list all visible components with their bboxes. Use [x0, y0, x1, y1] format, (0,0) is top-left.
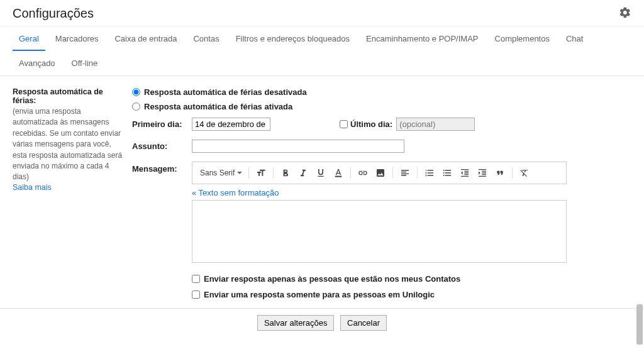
radio-vacation-on[interactable]: [132, 102, 140, 111]
contacts-only-label: Enviar resposta apenas às pessoas que es…: [204, 274, 460, 284]
tab-marcadores[interactable]: Marcadores: [49, 26, 105, 51]
tab-encaminhamento-e-pop-imap[interactable]: Encaminhamento e POP/IMAP: [360, 26, 484, 51]
toolbar-separator: [350, 167, 351, 179]
domain-only-label: Enviar uma resposta somente para as pess…: [204, 290, 435, 299]
subject-input[interactable]: [192, 140, 404, 153]
page-title: Configurações: [13, 6, 94, 21]
editor-toolbar: Sans Serif: [192, 162, 567, 184]
tab-complementos[interactable]: Complementos: [489, 26, 556, 51]
text-color-icon[interactable]: [330, 166, 347, 180]
font-size-icon[interactable]: [253, 166, 269, 180]
radio-vacation-off-label: Resposta automática de férias desativada: [144, 87, 307, 97]
contacts-only-checkbox[interactable]: [192, 275, 200, 283]
tab-filtros-e-endere-os-bloqueados[interactable]: Filtros e endereços bloqueados: [230, 26, 356, 51]
image-icon[interactable]: [372, 166, 389, 180]
last-day-label: Último dia:: [350, 119, 392, 129]
bold-icon[interactable]: [277, 166, 294, 180]
cancel-button[interactable]: Cancelar: [340, 315, 387, 331]
font-selector[interactable]: Sans Serif: [197, 167, 245, 179]
numbered-list-icon[interactable]: [421, 166, 438, 180]
radio-vacation-on-label: Resposta automática de férias ativada: [144, 102, 292, 111]
message-label: Mensagem:: [132, 162, 192, 263]
section-title: Resposta automática de férias:: [13, 87, 103, 105]
toolbar-separator: [273, 167, 274, 179]
learn-more-link[interactable]: Saiba mais: [13, 183, 52, 192]
last-day-input: [396, 118, 475, 131]
tab-avan-ado[interactable]: Avançado: [13, 51, 62, 75]
first-day-input[interactable]: [192, 118, 270, 131]
save-button[interactable]: Salvar alterações: [257, 315, 334, 331]
tab-chat[interactable]: Chat: [560, 26, 589, 51]
section-description: (envia uma resposta automatizada às mens…: [13, 106, 123, 183]
svg-rect-0: [335, 176, 342, 177]
gear-icon[interactable]: [619, 6, 631, 21]
font-selector-label: Sans Serif: [200, 169, 235, 177]
indent-more-icon[interactable]: [474, 166, 491, 180]
domain-only-checkbox[interactable]: [192, 290, 200, 299]
indent-less-icon[interactable]: [457, 166, 473, 180]
link-icon[interactable]: [355, 166, 371, 180]
chevron-down-icon: [237, 172, 242, 175]
toolbar-separator: [417, 167, 418, 179]
toolbar-separator: [512, 167, 513, 179]
clear-format-icon[interactable]: [516, 166, 533, 180]
tab-caixa-de-entrada[interactable]: Caixa de entrada: [108, 26, 183, 51]
bullet-list-icon[interactable]: [439, 166, 455, 180]
align-icon[interactable]: [397, 166, 413, 180]
subject-label: Assunto:: [132, 141, 192, 151]
toolbar-separator: [248, 167, 249, 179]
quote-icon[interactable]: [492, 166, 508, 180]
toolbar-separator: [392, 167, 393, 179]
message-body-input[interactable]: [192, 200, 567, 263]
scrollbar-thumb[interactable]: [636, 304, 643, 343]
plain-text-link[interactable]: « Texto sem formatação: [192, 188, 279, 197]
underline-icon[interactable]: [313, 166, 329, 180]
italic-icon[interactable]: [295, 166, 311, 180]
tab-geral[interactable]: Geral: [13, 26, 45, 51]
tab-contas[interactable]: Contas: [187, 26, 225, 51]
last-day-checkbox[interactable]: [340, 120, 348, 128]
radio-vacation-off[interactable]: [132, 88, 140, 96]
tab-off-line[interactable]: Off-line: [65, 51, 104, 75]
first-day-label: Primeiro dia:: [132, 119, 192, 129]
